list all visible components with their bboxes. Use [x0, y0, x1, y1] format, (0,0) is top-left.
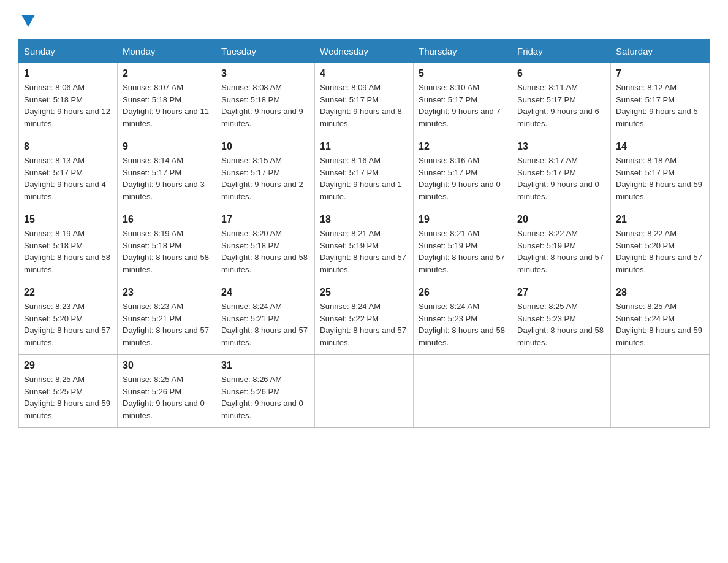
cell-info: Sunrise: 8:24 AMSunset: 5:21 PMDaylight:…: [221, 302, 308, 347]
cell-day-number: 15: [24, 214, 112, 225]
calendar-cell: 17 Sunrise: 8:20 AMSunset: 5:18 PMDaylig…: [216, 209, 315, 282]
calendar-cell: 30 Sunrise: 8:25 AMSunset: 5:26 PMDaylig…: [118, 355, 216, 428]
cell-info: Sunrise: 8:22 AMSunset: 5:19 PMDaylight:…: [517, 229, 604, 274]
calendar-cell: 7 Sunrise: 8:12 AMSunset: 5:17 PMDayligh…: [611, 63, 710, 136]
calendar-day-header: Tuesday: [216, 40, 315, 63]
cell-day-number: 29: [24, 360, 112, 371]
cell-day-number: 19: [419, 214, 507, 225]
calendar-cell: 11 Sunrise: 8:16 AMSunset: 5:17 PMDaylig…: [315, 136, 414, 209]
cell-day-number: 7: [616, 68, 704, 79]
calendar-table: SundayMondayTuesdayWednesdayThursdayFrid…: [18, 39, 710, 428]
calendar-week-row: 15 Sunrise: 8:19 AMSunset: 5:18 PMDaylig…: [19, 209, 710, 282]
cell-info: Sunrise: 8:08 AMSunset: 5:18 PMDaylight:…: [221, 83, 303, 128]
calendar-day-header: Saturday: [611, 40, 710, 63]
cell-day-number: 4: [320, 68, 408, 79]
logo-arrow-icon: [21, 15, 35, 29]
calendar-cell: [315, 355, 414, 428]
calendar-day-header: Monday: [118, 40, 216, 63]
cell-day-number: 5: [419, 68, 507, 79]
calendar-cell: 22 Sunrise: 8:23 AMSunset: 5:20 PMDaylig…: [19, 282, 118, 355]
cell-info: Sunrise: 8:17 AMSunset: 5:17 PMDaylight:…: [517, 156, 599, 201]
cell-day-number: 8: [24, 141, 112, 152]
calendar-cell: 4 Sunrise: 8:09 AMSunset: 5:17 PMDayligh…: [315, 63, 414, 136]
cell-day-number: 6: [517, 68, 605, 79]
cell-day-number: 2: [123, 68, 211, 79]
cell-info: Sunrise: 8:23 AMSunset: 5:20 PMDaylight:…: [24, 302, 110, 347]
calendar-cell: 16 Sunrise: 8:19 AMSunset: 5:18 PMDaylig…: [118, 209, 216, 282]
cell-day-number: 26: [419, 287, 507, 298]
calendar-cell: 1 Sunrise: 8:06 AMSunset: 5:18 PMDayligh…: [19, 63, 118, 136]
calendar-header-row: SundayMondayTuesdayWednesdayThursdayFrid…: [19, 40, 710, 63]
calendar-cell: 14 Sunrise: 8:18 AMSunset: 5:17 PMDaylig…: [611, 136, 710, 209]
cell-info: Sunrise: 8:06 AMSunset: 5:18 PMDaylight:…: [24, 83, 110, 128]
cell-info: Sunrise: 8:25 AMSunset: 5:23 PMDaylight:…: [517, 302, 604, 347]
cell-info: Sunrise: 8:25 AMSunset: 5:25 PMDaylight:…: [24, 375, 110, 420]
calendar-cell: 27 Sunrise: 8:25 AMSunset: 5:23 PMDaylig…: [512, 282, 611, 355]
calendar-cell: 31 Sunrise: 8:26 AMSunset: 5:26 PMDaylig…: [216, 355, 315, 428]
calendar-cell: 19 Sunrise: 8:21 AMSunset: 5:19 PMDaylig…: [414, 209, 512, 282]
cell-day-number: 14: [616, 141, 704, 152]
calendar-cell: [414, 355, 512, 428]
cell-info: Sunrise: 8:23 AMSunset: 5:21 PMDaylight:…: [123, 302, 209, 347]
cell-info: Sunrise: 8:10 AMSunset: 5:17 PMDaylight:…: [419, 83, 501, 128]
cell-day-number: 22: [24, 287, 112, 298]
cell-day-number: 13: [517, 141, 605, 152]
cell-day-number: 20: [517, 214, 605, 225]
cell-info: Sunrise: 8:16 AMSunset: 5:17 PMDaylight:…: [320, 156, 402, 201]
cell-info: Sunrise: 8:16 AMSunset: 5:17 PMDaylight:…: [419, 156, 501, 201]
cell-info: Sunrise: 8:14 AMSunset: 5:17 PMDaylight:…: [123, 156, 205, 201]
cell-info: Sunrise: 8:07 AMSunset: 5:18 PMDaylight:…: [123, 83, 209, 128]
logo: [18, 12, 35, 27]
cell-info: Sunrise: 8:22 AMSunset: 5:20 PMDaylight:…: [616, 229, 702, 274]
cell-day-number: 31: [221, 360, 309, 371]
cell-day-number: 18: [320, 214, 408, 225]
calendar-cell: 13 Sunrise: 8:17 AMSunset: 5:17 PMDaylig…: [512, 136, 611, 209]
cell-info: Sunrise: 8:18 AMSunset: 5:17 PMDaylight:…: [616, 156, 702, 201]
calendar-week-row: 8 Sunrise: 8:13 AMSunset: 5:17 PMDayligh…: [19, 136, 710, 209]
calendar-day-header: Friday: [512, 40, 611, 63]
calendar-cell: 29 Sunrise: 8:25 AMSunset: 5:25 PMDaylig…: [19, 355, 118, 428]
calendar-cell: 15 Sunrise: 8:19 AMSunset: 5:18 PMDaylig…: [19, 209, 118, 282]
calendar-cell: 8 Sunrise: 8:13 AMSunset: 5:17 PMDayligh…: [19, 136, 118, 209]
calendar-cell: 25 Sunrise: 8:24 AMSunset: 5:22 PMDaylig…: [315, 282, 414, 355]
cell-info: Sunrise: 8:13 AMSunset: 5:17 PMDaylight:…: [24, 156, 106, 201]
cell-day-number: 23: [123, 287, 211, 298]
cell-info: Sunrise: 8:24 AMSunset: 5:22 PMDaylight:…: [320, 302, 406, 347]
cell-day-number: 9: [123, 141, 211, 152]
calendar-cell: 18 Sunrise: 8:21 AMSunset: 5:19 PMDaylig…: [315, 209, 414, 282]
calendar-cell: 6 Sunrise: 8:11 AMSunset: 5:17 PMDayligh…: [512, 63, 611, 136]
cell-info: Sunrise: 8:25 AMSunset: 5:24 PMDaylight:…: [616, 302, 702, 347]
cell-info: Sunrise: 8:25 AMSunset: 5:26 PMDaylight:…: [123, 375, 205, 420]
calendar-cell: [611, 355, 710, 428]
cell-info: Sunrise: 8:19 AMSunset: 5:18 PMDaylight:…: [24, 229, 110, 274]
cell-info: Sunrise: 8:09 AMSunset: 5:17 PMDaylight:…: [320, 83, 402, 128]
calendar-cell: 21 Sunrise: 8:22 AMSunset: 5:20 PMDaylig…: [611, 209, 710, 282]
cell-info: Sunrise: 8:21 AMSunset: 5:19 PMDaylight:…: [320, 229, 406, 274]
cell-day-number: 11: [320, 141, 408, 152]
cell-day-number: 21: [616, 214, 704, 225]
cell-day-number: 12: [419, 141, 507, 152]
calendar-cell: 20 Sunrise: 8:22 AMSunset: 5:19 PMDaylig…: [512, 209, 611, 282]
cell-day-number: 28: [616, 287, 704, 298]
cell-day-number: 3: [221, 68, 309, 79]
cell-day-number: 30: [123, 360, 211, 371]
cell-day-number: 16: [123, 214, 211, 225]
calendar-day-header: Wednesday: [315, 40, 414, 63]
calendar-cell: 2 Sunrise: 8:07 AMSunset: 5:18 PMDayligh…: [118, 63, 216, 136]
cell-info: Sunrise: 8:24 AMSunset: 5:23 PMDaylight:…: [419, 302, 505, 347]
calendar-cell: 12 Sunrise: 8:16 AMSunset: 5:17 PMDaylig…: [414, 136, 512, 209]
calendar-cell: 26 Sunrise: 8:24 AMSunset: 5:23 PMDaylig…: [414, 282, 512, 355]
cell-info: Sunrise: 8:11 AMSunset: 5:17 PMDaylight:…: [517, 83, 599, 128]
calendar-cell: 28 Sunrise: 8:25 AMSunset: 5:24 PMDaylig…: [611, 282, 710, 355]
calendar-day-header: Sunday: [19, 40, 118, 63]
cell-info: Sunrise: 8:26 AMSunset: 5:26 PMDaylight:…: [221, 375, 303, 420]
calendar-day-header: Thursday: [414, 40, 512, 63]
cell-day-number: 1: [24, 68, 112, 79]
calendar-cell: [512, 355, 611, 428]
calendar-week-row: 29 Sunrise: 8:25 AMSunset: 5:25 PMDaylig…: [19, 355, 710, 428]
calendar-cell: 10 Sunrise: 8:15 AMSunset: 5:17 PMDaylig…: [216, 136, 315, 209]
calendar-week-row: 1 Sunrise: 8:06 AMSunset: 5:18 PMDayligh…: [19, 63, 710, 136]
svg-marker-0: [21, 15, 35, 27]
cell-day-number: 10: [221, 141, 309, 152]
calendar-cell: 3 Sunrise: 8:08 AMSunset: 5:18 PMDayligh…: [216, 63, 315, 136]
